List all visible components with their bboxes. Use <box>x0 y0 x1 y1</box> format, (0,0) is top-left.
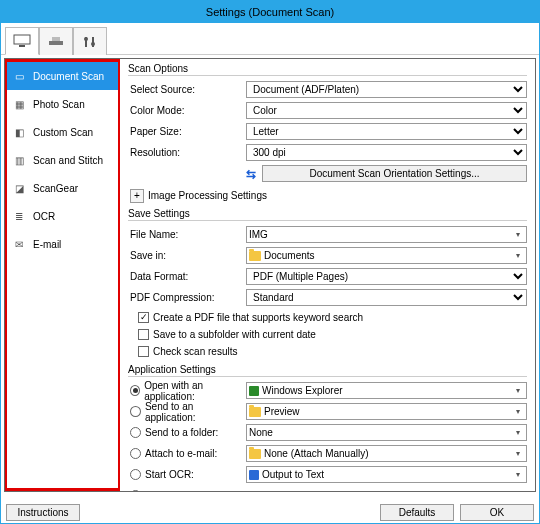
sidebar-item-label: ScanGear <box>33 183 78 194</box>
open-with-label: Open with an application: <box>144 380 246 402</box>
send-to-folder-label: Send to a folder: <box>145 427 218 438</box>
group-title: Save Settings <box>128 208 527 221</box>
sidebar-item-label: Document Scan <box>33 71 104 82</box>
sidebar-item-label: Custom Scan <box>33 127 93 138</box>
chevron-down-icon: ▾ <box>512 407 524 416</box>
do-not-start-label: Do not start any application <box>145 490 266 491</box>
scan-from-operation-panel-tab[interactable] <box>39 27 73 55</box>
ocr-icon: ≣ <box>11 208 27 224</box>
send-to-folder-dropdown[interactable]: None▾ <box>246 424 527 441</box>
sidebar-item-label: E-mail <box>33 239 61 250</box>
do-not-start-radio[interactable] <box>130 490 141 491</box>
folder-icon <box>249 449 261 459</box>
photo-icon: ▦ <box>11 96 27 112</box>
top-tab-toolbar <box>1 23 539 55</box>
send-to-folder-radio[interactable] <box>130 427 141 438</box>
send-to-app-radio[interactable] <box>130 406 141 417</box>
ok-button[interactable]: OK <box>460 504 534 521</box>
subfolder-date-label: Save to a subfolder with current date <box>153 329 316 340</box>
data-format-dropdown[interactable]: PDF (Multiple Pages) <box>246 268 527 285</box>
instructions-button[interactable]: Instructions <box>6 504 80 521</box>
attach-email-label: Attach to e-mail: <box>145 448 217 459</box>
keyword-search-checkbox[interactable] <box>138 312 149 323</box>
main-panel: Scan Options Select Source: Document (AD… <box>120 59 535 491</box>
resolution-label: Resolution: <box>128 147 246 158</box>
pdf-compression-dropdown[interactable]: Standard <box>246 289 527 306</box>
folder-icon <box>249 407 261 417</box>
sidebar-item-scan-stitch[interactable]: ▥ Scan and Stitch <box>7 146 118 174</box>
select-source-dropdown[interactable]: Document (ADF/Platen) <box>246 81 527 98</box>
scangear-icon: ◪ <box>11 180 27 196</box>
send-to-app-label: Send to an application: <box>145 401 246 423</box>
check-scan-results-checkbox[interactable] <box>138 346 149 357</box>
group-title: Application Settings <box>128 364 527 377</box>
chevron-down-icon: ▾ <box>512 470 524 479</box>
svg-rect-1 <box>19 45 25 47</box>
attach-email-radio[interactable] <box>130 448 141 459</box>
chevron-down-icon: ▾ <box>512 251 524 260</box>
file-name-combo[interactable]: IMG▾ <box>246 226 527 243</box>
folder-icon <box>249 251 261 261</box>
monitor-icon <box>13 34 31 48</box>
document-icon: ▭ <box>11 68 27 84</box>
open-with-dropdown[interactable]: Windows Explorer▾ <box>246 382 527 399</box>
start-ocr-label: Start OCR: <box>145 469 194 480</box>
pdf-compression-label: PDF Compression: <box>128 292 246 303</box>
save-settings-group: Save Settings File Name: IMG▾ Save in: D… <box>128 208 527 360</box>
svg-point-7 <box>91 42 95 46</box>
app-icon <box>249 470 259 480</box>
sidebar-item-custom-scan[interactable]: ◧ Custom Scan <box>7 118 118 146</box>
start-ocr-radio[interactable] <box>130 469 141 480</box>
chevron-down-icon: ▾ <box>512 428 524 437</box>
open-with-radio[interactable] <box>130 385 140 396</box>
image-processing-label: Image Processing Settings <box>148 190 267 201</box>
sidebar-item-document-scan[interactable]: ▭ Document Scan <box>7 62 118 90</box>
app-icon <box>249 386 259 396</box>
scan-from-computer-tab[interactable] <box>5 27 39 55</box>
subfolder-date-checkbox[interactable] <box>138 329 149 340</box>
scan-options-group: Scan Options Select Source: Document (AD… <box>128 63 527 204</box>
data-format-label: Data Format: <box>128 271 246 282</box>
paper-size-label: Paper Size: <box>128 126 246 137</box>
general-settings-tab[interactable] <box>73 27 107 55</box>
sidebar-item-photo-scan[interactable]: ▦ Photo Scan <box>7 90 118 118</box>
select-source-label: Select Source: <box>128 84 246 95</box>
sidebar-item-label: Photo Scan <box>33 99 85 110</box>
chevron-down-icon: ▾ <box>512 449 524 458</box>
resolution-dropdown[interactable]: 300 dpi <box>246 144 527 161</box>
sidebar-item-label: Scan and Stitch <box>33 155 103 166</box>
swap-icon[interactable]: ⇆ <box>246 167 256 181</box>
keyword-search-label: Create a PDF file that supports keyword … <box>153 312 363 323</box>
svg-rect-3 <box>52 37 60 41</box>
custom-icon: ◧ <box>11 124 27 140</box>
save-in-dropdown[interactable]: Documents▾ <box>246 247 527 264</box>
color-mode-label: Color Mode: <box>128 105 246 116</box>
check-scan-results-label: Check scan results <box>153 346 237 357</box>
send-to-app-dropdown[interactable]: Preview▾ <box>246 403 527 420</box>
sidebar-item-ocr[interactable]: ≣ OCR <box>7 202 118 230</box>
attach-email-dropdown[interactable]: None (Attach Manually)▾ <box>246 445 527 462</box>
svg-rect-0 <box>14 35 30 44</box>
stitch-icon: ▥ <box>11 152 27 168</box>
start-ocr-dropdown[interactable]: Output to Text▾ <box>246 466 527 483</box>
title-bar: Settings (Document Scan) <box>1 1 539 23</box>
tools-icon <box>81 35 99 49</box>
defaults-button[interactable]: Defaults <box>380 504 454 521</box>
application-settings-group: Application Settings Open with an applic… <box>128 364 527 491</box>
save-in-label: Save in: <box>128 250 246 261</box>
email-icon: ✉ <box>11 236 27 252</box>
chevron-down-icon: ▾ <box>512 230 524 239</box>
svg-point-6 <box>84 37 88 41</box>
footer: Instructions Defaults OK <box>0 500 540 524</box>
color-mode-dropdown[interactable]: Color <box>246 102 527 119</box>
chevron-down-icon: ▾ <box>512 386 524 395</box>
svg-rect-2 <box>49 41 63 45</box>
group-title: Scan Options <box>128 63 527 76</box>
paper-size-dropdown[interactable]: Letter <box>246 123 527 140</box>
sidebar-item-scangear[interactable]: ◪ ScanGear <box>7 174 118 202</box>
orientation-settings-button[interactable]: Document Scan Orientation Settings... <box>262 165 527 182</box>
expand-image-processing-button[interactable]: + <box>130 189 144 203</box>
sidebar-item-email[interactable]: ✉ E-mail <box>7 230 118 258</box>
sidebar: ▭ Document Scan ▦ Photo Scan ◧ Custom Sc… <box>5 59 120 491</box>
scanner-icon <box>47 35 65 49</box>
